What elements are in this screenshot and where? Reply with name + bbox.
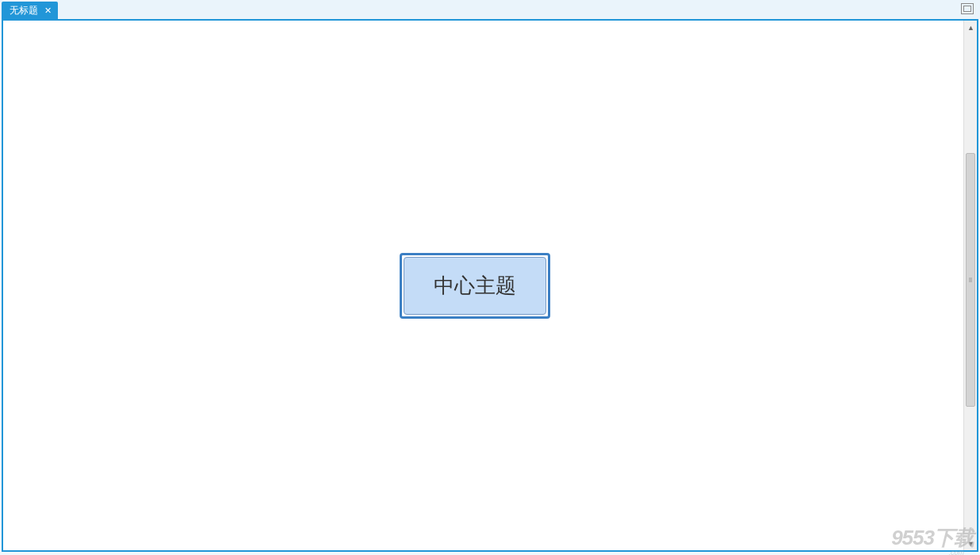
tab-title: 无标题 bbox=[10, 4, 38, 17]
close-icon[interactable]: ✕ bbox=[43, 6, 53, 15]
central-topic-node[interactable]: 中心主题 bbox=[404, 257, 546, 315]
vertical-scrollbar[interactable]: ▲ ▼ bbox=[963, 21, 977, 550]
scrollbar-track[interactable] bbox=[964, 34, 977, 537]
canvas-content[interactable]: 中心主题 bbox=[3, 21, 977, 550]
restore-window-button[interactable] bbox=[961, 3, 974, 14]
scrollbar-thumb[interactable] bbox=[966, 153, 975, 407]
scroll-up-arrow-icon[interactable]: ▲ bbox=[964, 21, 978, 34]
scrollbar-grip-icon bbox=[969, 278, 972, 282]
tab-bar: 无标题 ✕ bbox=[0, 0, 980, 19]
scroll-down-arrow-icon[interactable]: ▼ bbox=[964, 537, 978, 550]
document-tab[interactable]: 无标题 ✕ bbox=[2, 2, 58, 19]
canvas-area: 中心主题 ▲ ▼ bbox=[2, 19, 978, 552]
window-controls bbox=[961, 3, 974, 14]
central-topic-selection[interactable]: 中心主题 bbox=[400, 253, 550, 319]
